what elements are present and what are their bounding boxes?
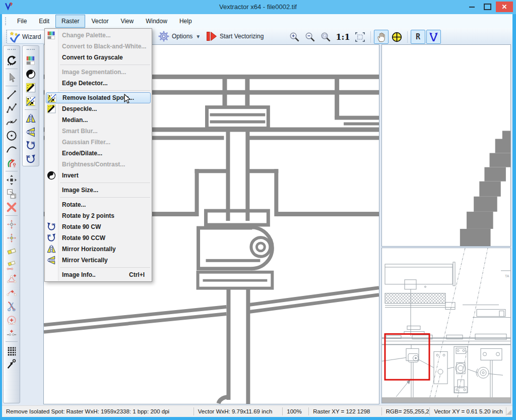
polyline-tool-button[interactable] bbox=[5, 101, 19, 115]
remove-spots-tool-button[interactable] bbox=[24, 94, 38, 108]
fit-page-button[interactable] bbox=[353, 30, 367, 44]
rotate-ccw-tool-button[interactable]: 90 bbox=[24, 152, 38, 166]
menu-item-image-size[interactable]: Image Size... bbox=[45, 185, 152, 196]
options-button[interactable]: Options ▼ bbox=[155, 30, 204, 43]
menu-item-mirror-vertically[interactable]: Mirror Vertically bbox=[45, 255, 152, 266]
svg-text:90: 90 bbox=[26, 154, 30, 158]
menu-item-despeckle[interactable]: Despeckle... bbox=[45, 103, 152, 114]
mirror-h-tool-button[interactable] bbox=[24, 111, 38, 125]
menu-item-edge-detector[interactable]: Edge Detector... bbox=[45, 78, 152, 89]
invert-tool-button[interactable] bbox=[24, 67, 38, 81]
resize-grip-icon[interactable]: ◢ bbox=[506, 408, 512, 415]
toolbar-separator bbox=[6, 69, 18, 69]
palette-tool-button[interactable] bbox=[24, 53, 38, 67]
line-tool-button[interactable] bbox=[5, 88, 19, 101]
svg-text:90: 90 bbox=[51, 222, 55, 226]
menu-item-image-info[interactable]: Image Info..Ctrl+I bbox=[45, 269, 152, 280]
eraser-tool-button[interactable] bbox=[5, 245, 19, 258]
zoom-window-button[interactable] bbox=[318, 30, 333, 44]
status-segment-3: Raster XY = 122 1298 bbox=[309, 407, 382, 415]
move-tool-button[interactable] bbox=[5, 173, 19, 187]
zoom-in-button[interactable] bbox=[287, 30, 302, 44]
menu-item-erode-dilate[interactable]: Erode/Dilate... bbox=[45, 148, 152, 159]
overview-drawing: TA bbox=[382, 248, 510, 403]
menu-separator bbox=[60, 197, 150, 198]
menubar-item-file[interactable]: File bbox=[11, 15, 33, 28]
menu-item-convert-to-grayscale[interactable]: Convert to Grayscale bbox=[45, 52, 152, 63]
pan-hand-button[interactable] bbox=[374, 30, 389, 44]
menu-item-image-segmentation[interactable]: Image Segmentation... bbox=[45, 67, 152, 78]
menubar-item-window[interactable]: Window bbox=[140, 15, 173, 28]
menu-item-rotate[interactable]: Rotate... bbox=[45, 199, 152, 210]
maximize-button[interactable] bbox=[480, 2, 495, 12]
spline-tool-button[interactable] bbox=[5, 115, 19, 129]
menu-separator bbox=[60, 90, 150, 91]
start-vectorizing-button[interactable]: Start Vectorizing bbox=[203, 30, 267, 43]
add-node-arc-tool-button[interactable] bbox=[5, 285, 19, 299]
menu-item-label: Image Size... bbox=[62, 187, 98, 194]
toolbar-grip bbox=[27, 49, 35, 51]
menu-item-rotate-by-2-points[interactable]: Rotate by 2 points bbox=[45, 210, 152, 221]
menu-item-brightness-contrast[interactable]: Brightness/Contrast... bbox=[45, 159, 152, 170]
menu-item-smart-blur[interactable]: Smart Blur... bbox=[45, 126, 152, 137]
vector-toggle-button[interactable] bbox=[426, 30, 441, 44]
menu-item-label: Convert to Black-and-White... bbox=[62, 43, 146, 50]
raster-toggle-button[interactable]: R bbox=[411, 30, 425, 44]
add-node-triangle-tool-button[interactable] bbox=[5, 272, 19, 285]
menubar-item-vector[interactable]: Vector bbox=[85, 15, 114, 28]
titlebar: Vextractor x64 - file0002.tif ✕ bbox=[0, 0, 516, 14]
status-segment-5: Vector XY = 0.61 5.20 inch bbox=[430, 407, 506, 415]
move-node-tool-button[interactable] bbox=[5, 217, 19, 231]
menu-item-label: Median... bbox=[62, 116, 88, 124]
menu-item-label: Rotate 90 CCW bbox=[62, 234, 105, 242]
rotate-cw-tool-button[interactable]: 90 bbox=[24, 139, 38, 152]
cut-tool-button[interactable] bbox=[5, 299, 19, 313]
menu-item-invert[interactable]: Invert bbox=[45, 170, 152, 181]
center-target-button[interactable] bbox=[390, 30, 404, 44]
toolbar-separator bbox=[6, 341, 18, 342]
menu-separator bbox=[60, 183, 150, 183]
zoom-out-button[interactable] bbox=[303, 30, 317, 44]
menu-item-convert-to-black-and-white[interactable]: Convert to Black-and-White... bbox=[45, 41, 152, 52]
grid-tool-button[interactable] bbox=[5, 343, 19, 357]
minimize-button[interactable] bbox=[465, 2, 479, 12]
circle-node-tool-button[interactable] bbox=[5, 313, 19, 326]
options-dropdown-arrow-icon[interactable]: ▼ bbox=[196, 34, 201, 39]
menu-item-median[interactable]: Median... bbox=[45, 114, 152, 126]
wizard-button[interactable]: Wizard bbox=[7, 30, 45, 44]
menu-item-gaussian-filter[interactable]: Gaussian Filter... bbox=[45, 137, 152, 148]
toolbar-separator bbox=[25, 109, 37, 110]
mirror-v-icon bbox=[46, 255, 56, 265]
menu-item-remove-isolated-spots[interactable]: Remove Isolated Spots... bbox=[46, 92, 151, 103]
delete-tool-button[interactable] bbox=[5, 200, 19, 214]
arc-tool-button[interactable] bbox=[5, 142, 19, 156]
move-node-active-tool-button[interactable] bbox=[5, 231, 19, 245]
raster-menu-popup: Change Palette...Convert to Black-and-Wh… bbox=[44, 28, 152, 282]
select-tool-button[interactable] bbox=[5, 71, 19, 84]
menu-item-label: Rotate by 2 points bbox=[62, 212, 114, 219]
overview-panel[interactable]: TA bbox=[381, 248, 511, 403]
menubar-item-edit[interactable]: Edit bbox=[33, 15, 55, 28]
pixel-zoom-panel[interactable] bbox=[381, 44, 511, 247]
menu-item-change-palette[interactable]: Change Palette... bbox=[45, 30, 152, 41]
menubar-item-view[interactable]: View bbox=[114, 15, 140, 28]
despeckle-tool-button[interactable] bbox=[24, 81, 38, 94]
toolbar-separator bbox=[370, 31, 371, 43]
menu-item-mirror-horizontally[interactable]: Mirror Horizontally bbox=[45, 244, 152, 255]
menu-item-rotate-90-cw[interactable]: 90Rotate 90 CW bbox=[45, 221, 152, 232]
pick-point-tool-button[interactable] bbox=[5, 357, 19, 371]
insert-point-tool-button[interactable] bbox=[5, 326, 19, 340]
mirror-v-tool-button[interactable] bbox=[24, 125, 38, 139]
svg-text:e: e bbox=[14, 164, 16, 167]
overview-tiny-text: TA bbox=[505, 274, 509, 278]
eraser-line-tool-button[interactable] bbox=[5, 258, 19, 272]
trace-tool-button[interactable]: e bbox=[5, 156, 19, 169]
one-to-one-button[interactable]: 1:1 bbox=[334, 30, 352, 44]
copy-tool-button[interactable] bbox=[5, 187, 19, 200]
undo-tool-button[interactable] bbox=[5, 53, 19, 67]
close-button[interactable]: ✕ bbox=[496, 2, 513, 12]
menubar-item-raster[interactable]: Raster bbox=[55, 15, 85, 28]
menu-item-rotate-90-ccw[interactable]: 90Rotate 90 CCW bbox=[45, 232, 152, 244]
circle-tool-button[interactable] bbox=[5, 129, 19, 142]
menubar-item-help[interactable]: Help bbox=[173, 15, 198, 28]
